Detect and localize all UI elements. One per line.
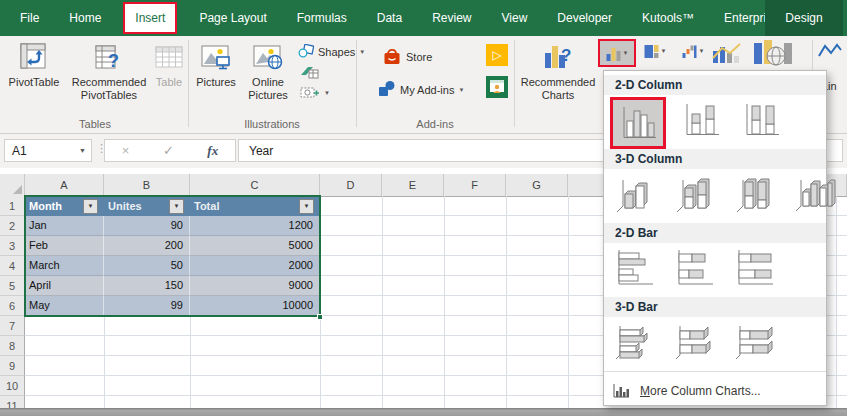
- cell-a1-month[interactable]: Month ▼: [25, 196, 104, 216]
- column-chart-dropdown-menu: 2-D Column: [603, 70, 827, 406]
- bing-maps-addin-icon[interactable]: ▷: [486, 44, 508, 66]
- tab-page-layout[interactable]: Page Layout: [191, 2, 274, 34]
- col-header-b[interactable]: B: [104, 174, 190, 196]
- select-all-corner[interactable]: [0, 174, 25, 196]
- tab-insert-annotated[interactable]: Insert: [123, 2, 177, 34]
- table-row[interactable]: March 50 2000: [25, 256, 320, 276]
- ribbon-tab-bar: File Home Insert Page Layout Formulas Da…: [0, 0, 847, 36]
- pictures-button[interactable]: Pictures: [192, 40, 240, 116]
- table-row[interactable]: May 99 10000: [25, 296, 320, 316]
- enter-icon[interactable]: ✓: [163, 143, 174, 158]
- 100-stacked-bar-icon: [733, 248, 777, 288]
- row-header-8[interactable]: 8: [0, 336, 25, 356]
- row-header-4[interactable]: 4: [0, 256, 25, 276]
- pivottable-button[interactable]: PivotTable: [2, 40, 66, 116]
- my-addins-button[interactable]: My Add-ins ▼: [378, 80, 464, 100]
- row-header-10[interactable]: 10: [0, 376, 25, 396]
- smartart-icon: [300, 64, 320, 82]
- col-header-d[interactable]: D: [320, 174, 382, 196]
- table-row[interactable]: April 150 9000: [25, 276, 320, 296]
- name-box[interactable]: A1 ▼: [4, 139, 92, 162]
- online-pictures-button[interactable]: Online Pictures: [242, 40, 294, 116]
- chevron-down-icon: ▼: [324, 90, 330, 96]
- recommended-charts-button[interactable]: ? Recommended Charts: [518, 40, 598, 116]
- menu-item-3d-100-stacked-bar[interactable]: [730, 319, 780, 365]
- insert-column-chart-button-annotated[interactable]: ▼: [598, 39, 636, 67]
- insert-waterfall-chart-button[interactable]: ▼: [676, 39, 710, 63]
- tab-data[interactable]: Data: [369, 2, 410, 34]
- recommended-pivottables-label: Recommended PivotTables: [66, 76, 152, 102]
- pivottable-icon: [19, 40, 49, 74]
- insert-hierarchy-chart-button[interactable]: ▼: [638, 39, 672, 63]
- row-header-2[interactable]: 2: [0, 216, 25, 236]
- 3d-100-stacked-bar-icon: [733, 322, 777, 362]
- filter-dropdown-icon[interactable]: ▼: [169, 199, 184, 214]
- col-header-g[interactable]: G: [506, 174, 568, 196]
- col-header-e[interactable]: E: [382, 174, 444, 196]
- menu-item-clustered-column-annotated[interactable]: [610, 97, 666, 149]
- screenshot-button[interactable]: ▼: [300, 84, 330, 102]
- formula-buttons: × ✓ fx: [104, 139, 236, 162]
- row-header-9[interactable]: 9: [0, 356, 25, 376]
- bottom-scrollbar[interactable]: [0, 408, 847, 416]
- menu-item-3d-clustered-column[interactable]: [610, 171, 660, 217]
- tab-developer[interactable]: Developer: [549, 2, 620, 34]
- cancel-icon[interactable]: ×: [122, 143, 130, 158]
- row-headers: 1 2 3 4 5 6 7 8 9 10 11: [0, 196, 25, 416]
- corner-triangle-icon: [13, 185, 22, 194]
- col-header-a[interactable]: A: [25, 174, 104, 196]
- tab-design-contextual[interactable]: Design: [765, 0, 843, 36]
- table-row[interactable]: Feb 200 5000: [25, 236, 320, 256]
- row-header-1[interactable]: 1: [0, 196, 25, 216]
- 3d-stacked-bar-icon: [673, 322, 717, 362]
- insert-map-chart-button[interactable]: [752, 40, 796, 70]
- menu-item-3d-100-stacked-column[interactable]: [730, 171, 780, 217]
- menu-item-3d-stacked-bar[interactable]: [670, 319, 720, 365]
- column-chart-icon: [606, 46, 621, 61]
- row-header-5[interactable]: 5: [0, 276, 25, 296]
- clustered-column-icon: [616, 103, 660, 143]
- chevron-down-icon: ▼: [359, 49, 365, 55]
- tab-kutools[interactable]: Kutools™: [634, 2, 702, 34]
- tab-review[interactable]: Review: [424, 2, 479, 34]
- menu-item-3d-clustered-bar[interactable]: [610, 319, 660, 365]
- table-label: Table: [156, 76, 182, 89]
- col-header-c[interactable]: C: [190, 174, 320, 196]
- more-column-charts-item[interactable]: More Column Charts...: [604, 377, 826, 405]
- menu-item-3d-stacked-column[interactable]: [670, 171, 720, 217]
- cell-b1-unites[interactable]: Unites ▼: [104, 196, 190, 216]
- chevron-down-icon: ▼: [458, 87, 464, 93]
- row-header-3[interactable]: 3: [0, 236, 25, 256]
- store-button[interactable]: Store: [382, 46, 432, 68]
- row-header-6[interactable]: 6: [0, 296, 25, 316]
- tab-file[interactable]: File: [12, 2, 47, 34]
- section-2d-bar: 2-D Bar: [604, 223, 826, 243]
- table-row[interactable]: Jan 90 1200: [25, 216, 320, 236]
- cell-c1-total[interactable]: Total ▼: [190, 196, 320, 216]
- menu-item-stacked-column[interactable]: [676, 97, 726, 143]
- my-addins-icon: [378, 80, 396, 100]
- more-column-charts-label: More Column Charts...: [640, 384, 761, 398]
- insert-combo-chart-button[interactable]: [712, 42, 742, 68]
- people-graph-addin-icon[interactable]: [486, 76, 508, 98]
- smartart-button[interactable]: [300, 64, 320, 82]
- tab-formulas[interactable]: Formulas: [289, 2, 355, 34]
- row-header-7[interactable]: 7: [0, 316, 25, 336]
- menu-item-stacked-bar[interactable]: [670, 245, 720, 291]
- menu-item-100-stacked-bar[interactable]: [730, 245, 780, 291]
- recommended-pivottables-button[interactable]: ? Recommended PivotTables: [66, 40, 152, 116]
- recommended-pivottables-icon: ?: [94, 40, 124, 74]
- insert-function-icon[interactable]: fx: [207, 143, 218, 159]
- menu-item-clustered-bar[interactable]: [610, 245, 660, 291]
- filter-dropdown-icon[interactable]: ▼: [83, 199, 98, 214]
- stacked-bar-icon: [673, 248, 717, 288]
- menu-item-100-stacked-column[interactable]: [736, 97, 786, 143]
- sparkline-line-button[interactable]: [818, 42, 842, 64]
- tab-view[interactable]: View: [494, 2, 536, 34]
- menu-item-3d-column[interactable]: [790, 171, 840, 217]
- fill-handle[interactable]: [317, 314, 323, 320]
- table-button[interactable]: Table: [150, 40, 188, 116]
- tab-home[interactable]: Home: [61, 2, 109, 34]
- filter-dropdown-icon[interactable]: ▼: [299, 199, 314, 214]
- col-header-f[interactable]: F: [444, 174, 506, 196]
